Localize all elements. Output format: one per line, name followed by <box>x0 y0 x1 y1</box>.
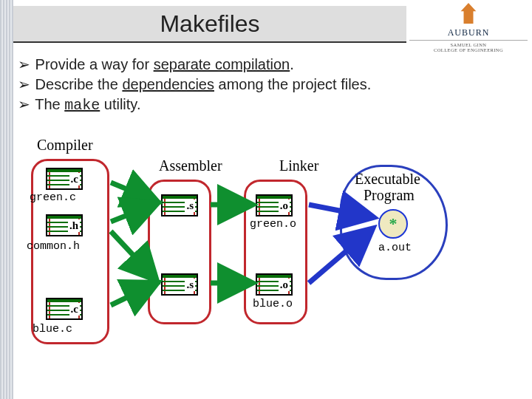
bullet-1-text-a: Provide a way for <box>35 56 154 72</box>
compilation-diagram: Compiler Assembler Linker Executable Pro… <box>30 137 458 358</box>
bullet-2-text-b: dependencies <box>122 76 214 92</box>
logo-university-name: AUBURN <box>409 27 528 38</box>
bullet-2-text-a: Describe the <box>35 76 123 92</box>
tower-icon <box>459 3 478 24</box>
bullet-2: ➢ Describe the dependencies among the pr… <box>18 75 491 93</box>
arrows-icon <box>30 137 458 358</box>
bullet-1: ➢ Provide a way for separate compilation… <box>18 55 491 73</box>
slide-title: Makefiles <box>160 10 259 38</box>
bullet-arrow-icon: ➢ <box>18 95 31 113</box>
logo-subline-1: SAMUEL GINN <box>409 40 528 47</box>
svg-line-2 <box>111 231 154 277</box>
svg-line-3 <box>111 284 154 305</box>
bullet-1-text-c: . <box>290 56 294 72</box>
svg-line-0 <box>111 183 154 200</box>
bullet-3-text-c: utility. <box>100 96 140 112</box>
logo-subline-2: COLLEGE OF ENGINEERING <box>409 47 528 52</box>
bullet-2-text-c: among the project files. <box>214 76 371 92</box>
bullet-arrow-icon: ➢ <box>18 75 31 93</box>
bullet-1-text-b: separate compilation <box>154 56 290 72</box>
svg-line-6 <box>309 205 369 216</box>
bullet-3: ➢ The make utility. <box>18 95 491 114</box>
bullet-3-text-a: The <box>35 96 64 112</box>
auburn-logo: AUBURN SAMUEL GINN COLLEGE OF ENGINEERIN… <box>409 3 528 55</box>
bullet-3-text-b: make <box>64 97 100 114</box>
title-bar: Makefiles <box>13 6 406 43</box>
bullet-arrow-icon: ➢ <box>18 55 31 73</box>
svg-line-1 <box>111 205 154 222</box>
slide-side-stripe <box>0 0 13 399</box>
bullet-list: ➢ Provide a way for separate compilation… <box>18 53 491 116</box>
svg-line-7 <box>309 231 369 283</box>
